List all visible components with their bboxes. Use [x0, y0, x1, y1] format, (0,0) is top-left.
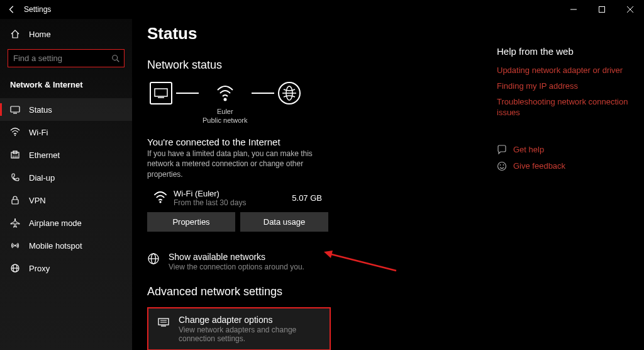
sidebar-item-hotspot[interactable]: Mobile hotspot [0, 234, 132, 257]
category-header: Network & Internet [0, 75, 132, 98]
svg-point-4 [113, 55, 118, 60]
search-icon [111, 54, 120, 63]
svg-point-8 [14, 135, 16, 136]
page-title: Status [147, 24, 491, 43]
svg-rect-14 [12, 200, 18, 204]
ethernet-icon [10, 150, 20, 160]
help-heading: Help from the web [497, 46, 629, 57]
hotspot-icon [10, 240, 20, 251]
search-box[interactable] [8, 49, 125, 67]
sidebar-item-dialup[interactable]: Dial-up [0, 166, 132, 189]
globe-icon [147, 252, 160, 265]
titlebar: Settings [0, 0, 644, 19]
feedback-row[interactable]: Give feedback [497, 161, 629, 171]
wifi-icon [153, 191, 167, 205]
maximize-button[interactable] [587, 0, 616, 19]
show-networks-desc: View the connection options around you. [169, 262, 304, 271]
svg-point-15 [14, 245, 16, 247]
back-button[interactable] [8, 5, 16, 14]
svg-rect-28 [158, 319, 169, 325]
usage-name: Wi-Fi (Euler) [174, 189, 246, 198]
svg-rect-1 [599, 7, 604, 13]
status-icon [10, 104, 20, 115]
svg-point-40 [498, 162, 506, 170]
adapter-icon [157, 315, 170, 328]
minimize-button[interactable] [559, 0, 587, 19]
feedback-icon [497, 161, 507, 171]
svg-point-21 [223, 98, 226, 101]
svg-line-5 [117, 59, 119, 62]
search-input[interactable] [8, 50, 124, 67]
sidebar-item-label: Dial-up [29, 173, 55, 183]
pc-icon [150, 82, 172, 104]
usage-amount: 5.07 GB [292, 193, 336, 203]
svg-point-24 [159, 201, 161, 203]
connected-desc: If you have a limited data plan, you can… [147, 149, 336, 180]
data-usage-button[interactable]: Data usage [240, 212, 328, 232]
globe-icon [278, 82, 301, 104]
sidebar-item-airplane[interactable]: Airplane mode [0, 212, 132, 234]
sidebar-item-label: Airplane mode [29, 218, 82, 228]
get-help-row[interactable]: Get help [497, 145, 629, 155]
connected-heading: You're connected to the Internet [147, 137, 491, 147]
sidebar-item-wifi[interactable]: Wi-Fi [0, 121, 132, 144]
sidebar-item-label: Mobile hotspot [29, 241, 82, 251]
help-link-ip[interactable]: Finding my IP address [497, 81, 629, 92]
usage-period: From the last 30 days [174, 198, 246, 207]
sidebar-item-label: Proxy [29, 264, 50, 273]
home-button[interactable]: Home [0, 24, 132, 44]
diagram-type: Public network [203, 116, 248, 124]
help-icon [497, 145, 507, 155]
sidebar-item-ethernet[interactable]: Ethernet [0, 144, 132, 166]
proxy-icon [10, 263, 20, 273]
help-link-adapter[interactable]: Updating network adapter or driver [497, 65, 629, 76]
dialup-icon [10, 172, 20, 183]
svg-point-42 [503, 164, 504, 166]
network-status-heading: Network status [147, 59, 491, 72]
close-button[interactable] [616, 0, 644, 19]
svg-point-41 [500, 164, 501, 166]
sidebar-item-vpn[interactable]: VPN [0, 189, 132, 212]
sidebar-item-label: Ethernet [29, 150, 60, 160]
properties-button[interactable]: Properties [147, 212, 235, 232]
home-icon [10, 29, 20, 39]
wifi-icon [10, 127, 20, 137]
sidebar-item-label: VPN [29, 196, 46, 205]
change-adapter-row[interactable]: Change adapter options View network adap… [147, 307, 331, 350]
advanced-heading: Advanced network settings [147, 285, 491, 298]
router-wifi-icon [214, 82, 236, 104]
svg-rect-6 [11, 106, 19, 112]
airplane-icon [10, 218, 20, 228]
sidebar-item-label: Status [29, 105, 52, 115]
show-networks-row[interactable]: Show available networks View the connect… [147, 246, 491, 278]
svg-rect-19 [155, 89, 167, 96]
get-help-label: Get help [513, 145, 544, 154]
usage-row: Wi-Fi (Euler) From the last 30 days 5.07… [153, 189, 336, 207]
vpn-icon [10, 195, 20, 205]
feedback-label: Give feedback [513, 161, 565, 171]
diagram-name: Euler [217, 108, 233, 115]
sidebar-item-proxy[interactable]: Proxy [0, 257, 132, 279]
show-networks-title: Show available networks [169, 252, 304, 262]
sidebar-item-status[interactable]: Status [0, 98, 132, 121]
sidebar-item-label: Wi-Fi [29, 128, 48, 137]
adapter-desc: View network adapters and change connect… [179, 325, 321, 343]
adapter-title: Change adapter options [179, 315, 321, 325]
help-panel: Help from the web Updating network adapt… [491, 24, 629, 335]
window-title: Settings [24, 5, 51, 14]
home-label: Home [29, 30, 51, 39]
help-link-troubleshoot[interactable]: Troubleshooting network connection issue… [497, 97, 629, 118]
sidebar: Home Network & Internet Status Wi-Fi Eth… [0, 19, 132, 350]
network-diagram: EulerPublic network [147, 82, 491, 125]
